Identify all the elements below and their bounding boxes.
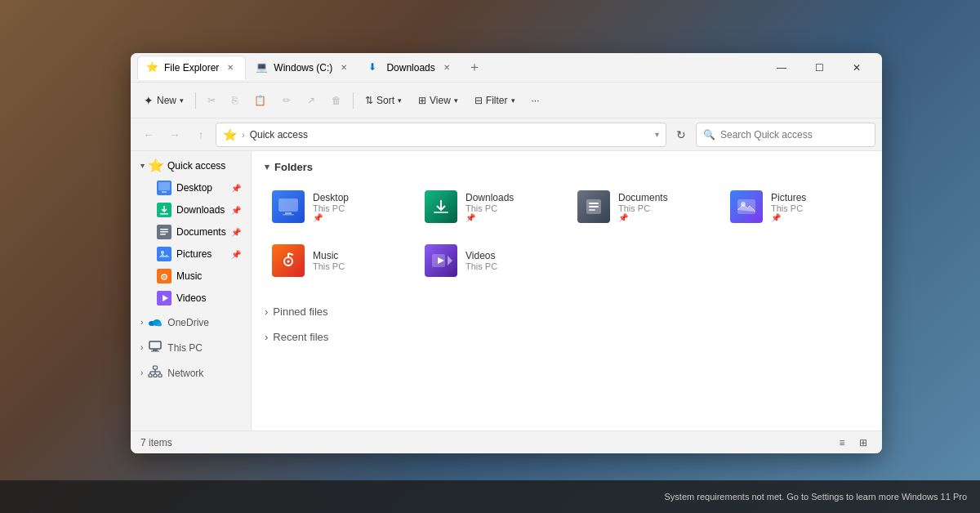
sidebar-documents-icon bbox=[157, 225, 172, 239]
folder-name-music: Music bbox=[313, 250, 403, 261]
sidebar-onedrive-expander[interactable]: › OneDrive bbox=[131, 310, 251, 335]
sidebar-pictures-pin-icon: 📌 bbox=[231, 250, 241, 259]
folder-icon-music bbox=[272, 244, 305, 277]
sidebar-documents-pin-icon: 📌 bbox=[231, 228, 241, 237]
folder-info-downloads: Downloads This PC 📌 bbox=[466, 192, 556, 222]
minimize-button[interactable]: — bbox=[763, 53, 800, 83]
sidebar-network-expander[interactable]: › Network bbox=[131, 360, 251, 386]
list-view-button[interactable]: ≡ bbox=[833, 434, 851, 452]
tab-close-file-explorer[interactable]: ✕ bbox=[224, 61, 237, 74]
refresh-button[interactable]: ↻ bbox=[670, 123, 693, 146]
thispc-label: This PC bbox=[167, 342, 203, 354]
sidebar-item-desktop[interactable]: Desktop 📌 bbox=[134, 177, 247, 199]
tab-windows-c[interactable]: 💻 Windows (C:) ✕ bbox=[247, 56, 359, 80]
copy-button[interactable]: ⎘ bbox=[225, 87, 244, 114]
sidebar-music-icon bbox=[157, 269, 172, 283]
folder-info-documents: Documents This PC 📌 bbox=[618, 192, 709, 222]
back-button[interactable]: ← bbox=[137, 123, 160, 146]
tabs-container: ⭐ File Explorer ✕ 💻 Windows (C:) ✕ ⬇ Dow… bbox=[137, 53, 763, 82]
folder-pin-desktop: 📌 bbox=[313, 213, 403, 222]
tab-label-file-explorer: File Explorer bbox=[164, 62, 219, 74]
sidebar-item-music[interactable]: Music bbox=[134, 265, 247, 287]
sidebar-downloads-icon bbox=[157, 203, 172, 217]
share-button[interactable]: ↗ bbox=[301, 87, 322, 114]
folder-pin-documents: 📌 bbox=[618, 213, 709, 222]
cut-button[interactable]: ✂ bbox=[201, 87, 222, 114]
search-input[interactable] bbox=[720, 129, 868, 141]
svg-rect-31 bbox=[278, 199, 298, 212]
maximize-button[interactable]: ☐ bbox=[800, 53, 838, 83]
sort-button[interactable]: ⇅ Sort ▾ bbox=[359, 87, 408, 114]
folder-name-videos: Videos bbox=[466, 250, 556, 261]
recent-files-chevron-icon: › bbox=[265, 331, 268, 343]
svg-rect-20 bbox=[153, 350, 158, 351]
pinned-files-header[interactable]: › Pinned files bbox=[265, 301, 869, 323]
grid-view-button[interactable]: ⊞ bbox=[854, 434, 872, 452]
close-button[interactable]: ✕ bbox=[838, 53, 875, 83]
folder-name-downloads: Downloads bbox=[466, 192, 556, 203]
forward-button[interactable]: → bbox=[163, 123, 186, 146]
new-tab-button[interactable]: ＋ bbox=[463, 56, 486, 79]
tab-close-downloads[interactable]: ✕ bbox=[440, 61, 453, 74]
sidebar-item-downloads[interactable]: Downloads 📌 bbox=[134, 199, 247, 221]
status-items-count: 7 items bbox=[140, 437, 172, 448]
sidebar-downloads-pin-icon: 📌 bbox=[231, 206, 241, 215]
folder-item-music[interactable]: Music This PC bbox=[265, 237, 411, 284]
rename-button[interactable]: ✏ bbox=[276, 87, 297, 114]
folders-chevron-icon: ▾ bbox=[265, 162, 270, 172]
folder-name-documents: Documents bbox=[618, 192, 709, 203]
sidebar-item-pictures[interactable]: Pictures 📌 bbox=[134, 243, 247, 265]
up-button[interactable]: ↑ bbox=[189, 123, 212, 146]
tab-downloads[interactable]: ⬇ Downloads ✕ bbox=[360, 56, 461, 80]
folder-item-desktop[interactable]: Desktop This PC 📌 bbox=[265, 183, 411, 230]
folder-icon-documents bbox=[577, 190, 610, 223]
search-box[interactable]: 🔍 bbox=[696, 123, 875, 147]
network-chevron-icon: › bbox=[140, 368, 143, 377]
address-bar-row: ← → ↑ ⭐ › Quick access ▾ ↻ 🔍 bbox=[131, 118, 882, 151]
folders-section-header[interactable]: ▾ Folders bbox=[265, 161, 869, 173]
svg-rect-39 bbox=[737, 199, 755, 214]
more-icon: ··· bbox=[532, 95, 540, 106]
sidebar-pictures-label: Pictures bbox=[176, 248, 212, 260]
paste-button[interactable]: 📋 bbox=[247, 87, 273, 114]
thispc-icon bbox=[148, 339, 163, 356]
file-area: ▾ Folders Desktop This PC 📌 bbox=[252, 151, 882, 430]
onedrive-chevron-icon: › bbox=[140, 318, 143, 327]
folder-item-pictures[interactable]: Pictures This PC 📌 bbox=[723, 183, 869, 230]
sidebar-item-videos[interactable]: Videos bbox=[134, 288, 247, 309]
view-button[interactable]: ⊞ View ▾ bbox=[412, 87, 465, 114]
sidebar-thispc-expander[interactable]: › This PC bbox=[131, 335, 251, 360]
svg-rect-24 bbox=[154, 374, 157, 377]
sidebar-quick-access-header[interactable]: ▾ ⭐ Quick access bbox=[131, 154, 251, 176]
svg-rect-1 bbox=[158, 182, 170, 190]
more-button[interactable]: ··· bbox=[525, 87, 546, 114]
delete-button[interactable]: 🗑 bbox=[325, 87, 348, 114]
address-star-icon: ⭐ bbox=[223, 128, 237, 141]
svg-rect-8 bbox=[160, 234, 166, 235]
new-button[interactable]: ✦ New ▾ bbox=[137, 87, 190, 114]
folder-loc-desktop: This PC bbox=[313, 203, 403, 213]
address-separator: › bbox=[242, 130, 245, 140]
svg-point-42 bbox=[287, 261, 290, 263]
taskbar-system-message: System requirements not met. Go to Setti… bbox=[665, 492, 968, 502]
share-icon: ↗ bbox=[307, 95, 315, 106]
svg-rect-33 bbox=[283, 214, 294, 216]
sidebar-item-documents[interactable]: Documents 📌 bbox=[134, 221, 247, 243]
folder-item-documents[interactable]: Documents This PC 📌 bbox=[570, 183, 716, 230]
filter-button[interactable]: ⊟ Filter ▾ bbox=[468, 87, 522, 114]
recent-files-header[interactable]: › Recent files bbox=[265, 326, 869, 348]
address-box[interactable]: ⭐ › Quick access ▾ bbox=[216, 123, 666, 147]
folder-loc-pictures: This PC bbox=[771, 203, 862, 213]
new-label: New bbox=[157, 95, 176, 106]
svg-rect-9 bbox=[157, 247, 172, 261]
sidebar-music-label: Music bbox=[176, 270, 202, 282]
view-label: View bbox=[430, 95, 451, 106]
tab-file-explorer[interactable]: ⭐ File Explorer ✕ bbox=[137, 56, 246, 80]
folder-pin-pictures: 📌 bbox=[771, 213, 862, 222]
folder-item-downloads[interactable]: Downloads This PC 📌 bbox=[417, 183, 564, 230]
folder-item-videos[interactable]: Videos This PC bbox=[417, 237, 564, 284]
network-label: Network bbox=[167, 368, 203, 379]
tab-close-windows-c[interactable]: ✕ bbox=[337, 61, 350, 74]
sidebar-documents-label: Documents bbox=[176, 226, 226, 238]
svg-rect-7 bbox=[160, 231, 168, 233]
